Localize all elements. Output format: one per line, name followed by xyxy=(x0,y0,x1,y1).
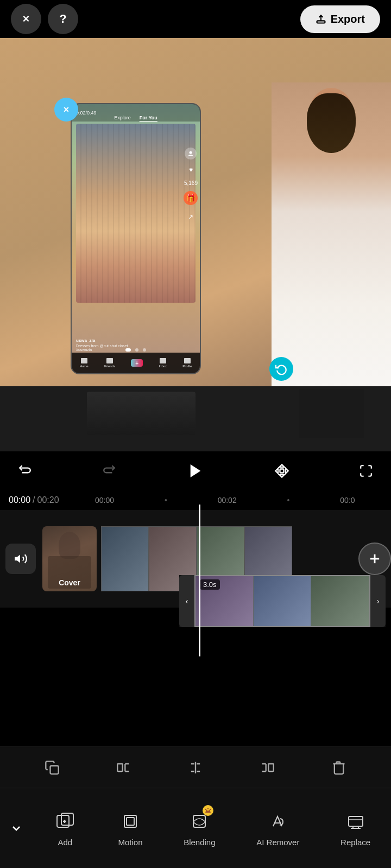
svg-marker-4 xyxy=(15,554,20,563)
play-button[interactable] xyxy=(181,457,210,485)
undo-button[interactable] xyxy=(13,459,37,483)
svg-rect-0 xyxy=(317,21,325,23)
fullscreen-button[interactable] xyxy=(354,459,378,483)
crown-badge xyxy=(203,805,213,816)
phone-screen: 0:02/0:49 Explore For You ♥ 5,169 💬 ↗ xyxy=(72,104,200,373)
add-nav-icon xyxy=(53,809,77,833)
delete-tool-button[interactable] xyxy=(325,754,352,781)
replace-nav-icon xyxy=(344,809,368,833)
top-bar-left: × ? xyxy=(11,4,78,34)
phone-share-icon: ↗ xyxy=(188,213,193,221)
bottom-nav-motion[interactable]: Motion xyxy=(118,809,142,847)
controls-row xyxy=(0,451,391,490)
phone-nav-friends-label: Friends xyxy=(104,365,115,368)
close-overlay-button[interactable]: × xyxy=(54,98,78,122)
track-right-arrow[interactable]: › xyxy=(370,575,386,627)
phone-profile-icon xyxy=(185,148,197,159)
edit-toolbar xyxy=(0,746,391,788)
split-center-button[interactable] xyxy=(182,754,209,781)
export-button[interactable]: Export xyxy=(300,5,380,33)
phone-sidebar: ♥ 5,169 💬 ↗ xyxy=(184,148,198,221)
phone-add-icon: + xyxy=(131,359,143,367)
phone-video-content xyxy=(76,124,195,303)
phone-friends-icon xyxy=(106,358,113,363)
svg-rect-7 xyxy=(51,765,59,774)
phone-profile-nav-icon xyxy=(184,358,191,363)
track-strip: 3.0s xyxy=(194,575,370,627)
redo-button[interactable] xyxy=(97,459,121,483)
keyframe-button[interactable] xyxy=(270,459,294,483)
phone-overlay: 0:02/0:49 Explore For You ♥ 5,169 💬 ↗ xyxy=(71,103,201,374)
track-left-arrow[interactable]: ‹ xyxy=(179,575,194,627)
svg-rect-18 xyxy=(127,818,134,825)
dark-content-silhouette xyxy=(87,392,195,435)
phone-like-count: ♥ xyxy=(189,166,193,174)
bottom-nav-ai-remover[interactable]: AI Remover xyxy=(256,809,299,847)
phone-description: Dresses from @cut shut closet xyxy=(76,344,195,348)
person-hair xyxy=(307,93,356,153)
phone-inbox-icon xyxy=(160,358,166,363)
svg-rect-8 xyxy=(117,764,122,771)
export-label: Export xyxy=(331,13,365,25)
phone-nav-add: + xyxy=(131,359,143,367)
bottom-nav-blending[interactable]: Blending xyxy=(184,809,215,847)
phone-nav-profile-label: Profile xyxy=(182,365,192,368)
svg-rect-11 xyxy=(268,764,273,771)
phone-nav-home-label: Home xyxy=(80,365,89,368)
bottom-nav-items: Add Motion xyxy=(33,809,391,847)
svg-point-23 xyxy=(210,809,211,810)
phone-nav-profile: Profile xyxy=(182,358,192,368)
top-bar: × ? Export xyxy=(0,0,391,38)
cover-clip[interactable]: Cover xyxy=(42,526,97,591)
split-right-button[interactable] xyxy=(254,754,281,781)
gate-overlay xyxy=(76,124,195,303)
preview-bottom-dark xyxy=(0,386,391,451)
track-thumb-2 xyxy=(254,576,312,626)
phone-nav-inbox: Inbox xyxy=(159,358,167,368)
blending-nav-icon xyxy=(187,809,211,833)
phone-home-icon xyxy=(81,358,87,363)
second-track-area: ‹ 3.0s › xyxy=(179,575,386,627)
svg-point-21 xyxy=(205,809,206,810)
split-left-button[interactable] xyxy=(110,754,137,781)
phone-tab-foryou: For You xyxy=(140,115,157,120)
ai-remover-nav-label: AI Remover xyxy=(256,838,299,847)
phone-nav-inbox-label: Inbox xyxy=(159,365,167,368)
bottom-nav-add[interactable]: Add xyxy=(53,809,77,847)
replace-nav-label: Replace xyxy=(340,838,370,847)
svg-point-1 xyxy=(190,151,192,154)
volume-button[interactable] xyxy=(5,544,36,574)
svg-marker-2 xyxy=(191,464,201,477)
phone-username: uswa_zia xyxy=(76,338,195,343)
phone-nav-home: Home xyxy=(80,358,89,368)
clip-thumb-1[interactable] xyxy=(101,526,149,591)
marker-dot-1: • xyxy=(165,496,167,505)
close-button[interactable]: × xyxy=(11,4,41,34)
timeline-markers: 00:00 • 00:02 • 00:0 xyxy=(59,496,391,505)
phone-nav-bar: Home Friends + Inbox Profile xyxy=(72,353,200,373)
cover-person-head xyxy=(59,532,80,559)
svg-point-22 xyxy=(207,808,209,809)
motion-nav-label: Motion xyxy=(118,838,142,847)
time-current: 00:00 xyxy=(9,495,30,505)
timeline-empty xyxy=(0,627,391,746)
timeline-row: 00:00 / 00:20 00:00 • 00:02 • 00:0 xyxy=(0,490,391,510)
phone-tabs: Explore For You xyxy=(72,115,200,120)
add-nav-label: Add xyxy=(58,838,72,847)
add-clip-button[interactable] xyxy=(358,542,391,575)
rotate-button[interactable] xyxy=(269,357,293,381)
phone-nav-friends: Friends xyxy=(104,358,115,368)
ai-remover-nav-icon xyxy=(266,809,290,833)
motion-nav-icon xyxy=(118,809,142,833)
bottom-nav-replace[interactable]: Replace xyxy=(340,809,370,847)
playhead xyxy=(199,505,200,656)
copy-tool-button[interactable] xyxy=(39,754,66,781)
help-button[interactable]: ? xyxy=(48,4,78,34)
track-thumb-3 xyxy=(311,576,369,626)
dot1 xyxy=(125,348,131,352)
svg-rect-3 xyxy=(280,469,284,473)
cover-label: Cover xyxy=(42,578,97,587)
marker-2: 00:02 xyxy=(218,496,237,505)
phone-progress-dots xyxy=(72,348,200,352)
bottom-nav-down-button[interactable] xyxy=(0,788,33,869)
